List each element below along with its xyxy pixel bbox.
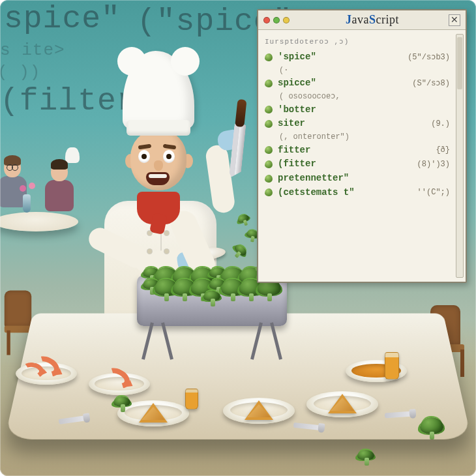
plate-samosa-2: [223, 398, 295, 424]
broccoli-bullet-icon: [265, 53, 273, 61]
code-line: 'spice"(5"/sɔb3): [265, 50, 462, 65]
editor-titlebar[interactable]: JavaScript ✕: [258, 10, 466, 30]
code-keyword: (fitter: [278, 157, 316, 171]
broccoli-bullet-icon: [265, 146, 273, 154]
background-table: [0, 212, 78, 231]
broccoli-bullet-icon: [265, 120, 273, 128]
bg-word-spice-tl: spice": [4, 1, 121, 37]
minimize-dot-icon[interactable]: [273, 17, 280, 23]
code-line: spicce"(S"/sɔ8): [265, 76, 462, 91]
knife-icon: [227, 99, 249, 179]
code-keyword: fitter: [278, 143, 310, 158]
juice-glass-2: [385, 352, 399, 379]
close-dot-icon[interactable]: [263, 17, 270, 23]
plate-samosa-1: [117, 400, 189, 426]
code-keyword: 'spice": [278, 50, 316, 65]
diner-right: [43, 162, 76, 220]
code-subline: ( ososoocoeɔ,: [265, 91, 462, 103]
code-line: siter(9.): [265, 117, 462, 131]
broccoli-bullet-icon: [265, 80, 273, 87]
loose-broccoli-1: [423, 423, 441, 434]
code-keyword: 'botter: [278, 103, 316, 117]
window-title: JavaScript: [299, 13, 446, 27]
buffet-table: [20, 290, 456, 439]
code-subline: (·: [265, 65, 462, 77]
code-rhs: {ð}: [436, 144, 450, 156]
plate-shrimp-1: [16, 363, 77, 385]
plate-shrimp-2: [89, 373, 150, 395]
code-line: (fitter(8)')3): [265, 157, 462, 171]
broccoli-bullet-icon: [265, 160, 273, 168]
code-keyword: (cetstemats t": [278, 186, 355, 200]
juice-glass-1: [185, 389, 198, 409]
code-keyword: pretennetter": [278, 171, 349, 186]
broccoli-bullet-icon: [265, 188, 273, 196]
zoom-dot-icon[interactable]: [283, 17, 290, 23]
code-rhs: (S"/sɔ8): [412, 78, 450, 90]
illustration-canvas: spice" ("spice" s ite> ( )) (filter": [0, 0, 476, 476]
code-line: 'botter: [265, 103, 462, 117]
broccoli-icon: [203, 291, 220, 306]
bg-word-frag2: ( )): [0, 63, 40, 82]
editor-header-scribble: Iursptdoteroɔ ,ɔ): [265, 37, 462, 48]
editor-body[interactable]: Iursptdoteroɔ ,ɔ) 'spice"(5"/sɔb3)(·spic…: [258, 30, 466, 282]
code-line: pretennetter": [265, 171, 462, 186]
code-line: fitter{ð}: [265, 143, 462, 158]
code-subline: (, onteronter"): [265, 131, 462, 143]
close-button[interactable]: ✕: [449, 14, 460, 26]
vase: [23, 194, 31, 213]
code-line: (cetstemats t"''(C";): [265, 186, 462, 200]
scrollbar[interactable]: [456, 34, 464, 278]
bg-word-frag1: s ite>: [0, 40, 65, 60]
loose-broccoli-2: [360, 455, 372, 460]
plate-samosa-3: [306, 391, 378, 417]
broccoli-bullet-icon: [265, 175, 273, 183]
broccoli-bullet-icon: [265, 106, 273, 113]
code-rhs: (8)')3): [417, 158, 450, 171]
code-keyword: siter: [278, 117, 305, 131]
neckerchief-icon: [137, 192, 180, 224]
chef-hat-icon: [123, 51, 194, 129]
code-editor-window: JavaScript ✕ Iursptdoteroɔ ,ɔ) 'spice"(5…: [257, 9, 467, 283]
code-rhs: (5"/sɔb3): [408, 52, 450, 64]
code-rhs: (9.): [431, 118, 450, 130]
code-rhs: ''(C";): [417, 186, 450, 199]
code-keyword: spicce": [278, 76, 316, 91]
window-controls[interactable]: [263, 17, 290, 23]
flowers-icon: [18, 183, 37, 197]
